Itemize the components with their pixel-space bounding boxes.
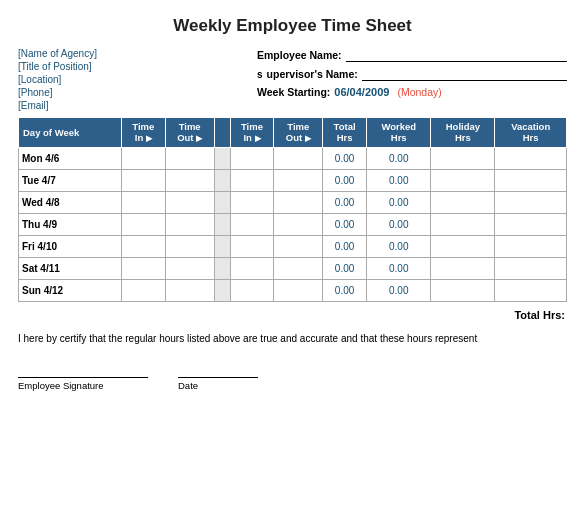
date-block: Date xyxy=(178,362,258,391)
employee-name-field[interactable] xyxy=(346,48,567,62)
col-header-time-in-2: TimeIn ▶ xyxy=(230,118,274,148)
spacer-cell xyxy=(214,213,230,235)
time-out-1-cell[interactable] xyxy=(165,147,214,169)
page-title: Weekly Employee Time Sheet xyxy=(18,16,567,36)
col-header-day: Day of Week xyxy=(19,118,122,148)
employee-name-label: Employee Name: xyxy=(257,49,342,61)
holiday-cell[interactable] xyxy=(431,257,495,279)
holiday-cell[interactable] xyxy=(431,169,495,191)
time-in-2-cell[interactable] xyxy=(230,279,274,301)
left-info: [Name of Agency] [Title of Position] [Lo… xyxy=(18,48,97,111)
col-header-time-out-2: TimeOut ▶ xyxy=(274,118,323,148)
week-day: (Monday) xyxy=(397,86,441,98)
timesheet-table: Day of Week TimeIn ▶ TimeOut ▶ TimeIn ▶ … xyxy=(18,117,567,302)
table-row: Thu 4/9 0.00 0.00 xyxy=(19,213,567,235)
employee-name-row: Employee Name: xyxy=(257,48,567,62)
time-out-2-cell[interactable] xyxy=(274,147,323,169)
time-out-2-cell[interactable] xyxy=(274,191,323,213)
time-in-2-cell[interactable] xyxy=(230,257,274,279)
agency-label: [Name of Agency] xyxy=(18,48,97,59)
day-label: Sun 4/12 xyxy=(19,279,122,301)
table-row: Mon 4/6 0.00 0.00 xyxy=(19,147,567,169)
time-in-2-cell[interactable] xyxy=(230,169,274,191)
time-in-1-cell[interactable] xyxy=(121,235,165,257)
spacer-cell xyxy=(214,191,230,213)
total-cell: 0.00 xyxy=(323,235,367,257)
table-row: Sat 4/11 0.00 0.00 xyxy=(19,257,567,279)
time-out-1-cell[interactable] xyxy=(165,257,214,279)
spacer-cell xyxy=(214,279,230,301)
supervisor-name-row: supervisor's Name: xyxy=(257,67,567,81)
worked-cell: 0.00 xyxy=(367,169,431,191)
email-label: [Email] xyxy=(18,100,97,111)
vacation-cell[interactable] xyxy=(495,279,567,301)
day-label: Tue 4/7 xyxy=(19,169,122,191)
signature-row: Employee Signature Date xyxy=(18,362,567,391)
total-hrs-row: Total Hrs: xyxy=(18,306,567,324)
day-label: Wed 4/8 xyxy=(19,191,122,213)
certification-text: I here by certify that the regular hours… xyxy=(18,332,567,346)
holiday-cell[interactable] xyxy=(431,235,495,257)
time-out-2-cell[interactable] xyxy=(274,257,323,279)
top-section: [Name of Agency] [Title of Position] [Lo… xyxy=(18,48,567,111)
time-out-1-cell[interactable] xyxy=(165,169,214,191)
spacer-cell xyxy=(214,169,230,191)
supervisor-name-field[interactable] xyxy=(362,67,567,81)
time-in-1-cell[interactable] xyxy=(121,191,165,213)
col-header-vacation: VacationHrs xyxy=(495,118,567,148)
col-header-spacer xyxy=(214,118,230,148)
time-in-2-cell[interactable] xyxy=(230,191,274,213)
location-label: [Location] xyxy=(18,74,97,85)
time-out-2-cell[interactable] xyxy=(274,169,323,191)
holiday-cell[interactable] xyxy=(431,213,495,235)
time-in-2-cell[interactable] xyxy=(230,235,274,257)
vacation-cell[interactable] xyxy=(495,191,567,213)
holiday-cell[interactable] xyxy=(431,279,495,301)
date-label: Date xyxy=(178,380,258,391)
vacation-cell[interactable] xyxy=(495,213,567,235)
time-out-1-cell[interactable] xyxy=(165,279,214,301)
vacation-cell[interactable] xyxy=(495,235,567,257)
holiday-cell[interactable] xyxy=(431,191,495,213)
worked-cell: 0.00 xyxy=(367,279,431,301)
time-out-1-cell[interactable] xyxy=(165,235,214,257)
vacation-cell[interactable] xyxy=(495,147,567,169)
worked-cell: 0.00 xyxy=(367,191,431,213)
time-in-2-cell[interactable] xyxy=(230,213,274,235)
spacer-cell xyxy=(214,147,230,169)
table-row: Tue 4/7 0.00 0.00 xyxy=(19,169,567,191)
col-header-time-out-1: TimeOut ▶ xyxy=(165,118,214,148)
total-cell: 0.00 xyxy=(323,257,367,279)
employee-signature-line[interactable] xyxy=(18,362,148,378)
time-out-2-cell[interactable] xyxy=(274,235,323,257)
vacation-cell[interactable] xyxy=(495,169,567,191)
total-cell: 0.00 xyxy=(323,279,367,301)
table-row: Wed 4/8 0.00 0.00 xyxy=(19,191,567,213)
time-in-1-cell[interactable] xyxy=(121,213,165,235)
phone-label: [Phone] xyxy=(18,87,97,98)
worked-cell: 0.00 xyxy=(367,235,431,257)
total-cell: 0.00 xyxy=(323,169,367,191)
time-in-1-cell[interactable] xyxy=(121,147,165,169)
time-out-1-cell[interactable] xyxy=(165,191,214,213)
total-cell: 0.00 xyxy=(323,191,367,213)
time-in-1-cell[interactable] xyxy=(121,169,165,191)
time-out-2-cell[interactable] xyxy=(274,279,323,301)
date-line[interactable] xyxy=(178,362,258,378)
total-hrs-label: Total Hrs: xyxy=(514,309,565,321)
time-in-2-cell[interactable] xyxy=(230,147,274,169)
holiday-cell[interactable] xyxy=(431,147,495,169)
worked-cell: 0.00 xyxy=(367,147,431,169)
spacer-cell xyxy=(214,257,230,279)
right-info: Employee Name: supervisor's Name: Week S… xyxy=(257,48,567,111)
time-in-1-cell[interactable] xyxy=(121,257,165,279)
col-header-time-in-1: TimeIn ▶ xyxy=(121,118,165,148)
employee-signature-label: Employee Signature xyxy=(18,380,148,391)
time-out-2-cell[interactable] xyxy=(274,213,323,235)
week-date: 06/04/2009 xyxy=(334,86,389,98)
vacation-cell[interactable] xyxy=(495,257,567,279)
time-out-1-cell[interactable] xyxy=(165,213,214,235)
time-in-1-cell[interactable] xyxy=(121,279,165,301)
employee-signature-block: Employee Signature xyxy=(18,362,148,391)
col-header-worked: WorkedHrs xyxy=(367,118,431,148)
